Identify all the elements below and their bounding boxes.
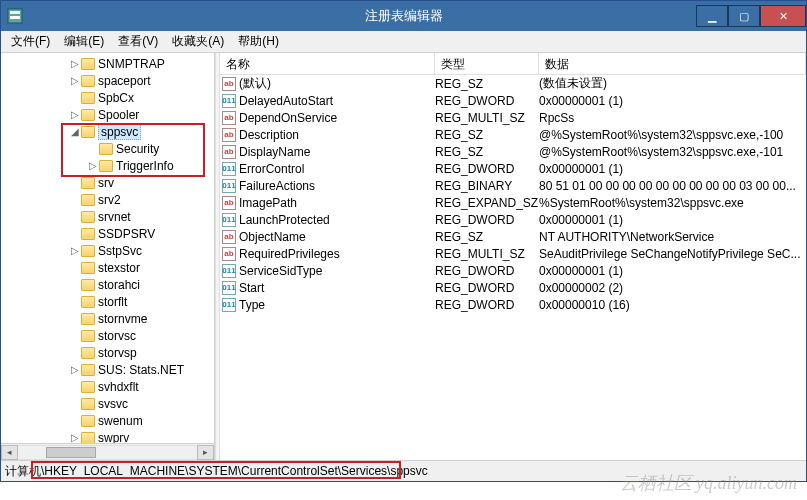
tree-item[interactable]: storflt	[69, 293, 214, 310]
tree-item[interactable]: Security	[87, 140, 214, 157]
value-type: REG_SZ	[435, 128, 539, 142]
menu-help[interactable]: 帮助(H)	[232, 31, 285, 52]
tree-hscrollbar[interactable]: ◂ ▸	[1, 443, 214, 460]
value-type: REG_DWORD	[435, 281, 539, 295]
tree-item[interactable]: storvsp	[69, 344, 214, 361]
tree-item-label: swenum	[98, 414, 143, 428]
expand-closed-icon[interactable]: ▷	[69, 245, 81, 256]
scroll-left-button[interactable]: ◂	[1, 445, 18, 460]
tree-item-label: storvsc	[98, 329, 136, 343]
tree-item[interactable]: svhdxflt	[69, 378, 214, 395]
binary-value-icon: 011	[222, 281, 236, 295]
tree-item[interactable]: ▷SstpSvc	[69, 242, 214, 259]
value-row[interactable]: abDependOnServiceREG_MULTI_SZRpcSs	[220, 109, 806, 126]
values-list[interactable]: ab(默认)REG_SZ(数值未设置)011DelayedAutoStartRE…	[220, 75, 806, 460]
value-row[interactable]: abDescriptionREG_SZ@%SystemRoot%\system3…	[220, 126, 806, 143]
value-type: REG_DWORD	[435, 162, 539, 176]
expand-closed-icon[interactable]: ▷	[69, 364, 81, 375]
folder-icon	[81, 177, 95, 189]
binary-value-icon: 011	[222, 162, 236, 176]
folder-icon	[81, 347, 95, 359]
value-row[interactable]: 011DelayedAutoStartREG_DWORD0x00000001 (…	[220, 92, 806, 109]
tree-item-label: storflt	[98, 295, 127, 309]
minimize-button[interactable]: ▁	[696, 5, 728, 27]
value-row[interactable]: 011ErrorControlREG_DWORD0x00000001 (1)	[220, 160, 806, 177]
value-row[interactable]: abRequiredPrivilegesREG_MULTI_SZSeAuditP…	[220, 245, 806, 262]
value-type: REG_DWORD	[435, 298, 539, 312]
tree-item[interactable]: SpbCx	[69, 89, 214, 106]
value-name: FailureActions	[239, 179, 435, 193]
tree-item[interactable]: ▷TriggerInfo	[87, 157, 214, 174]
binary-value-icon: 011	[222, 264, 236, 278]
tree-item[interactable]: ▷Spooler	[69, 106, 214, 123]
value-type: REG_DWORD	[435, 213, 539, 227]
scroll-right-button[interactable]: ▸	[197, 445, 214, 460]
folder-icon	[81, 228, 95, 240]
scroll-track[interactable]	[18, 445, 197, 460]
close-button[interactable]: ✕	[760, 5, 806, 27]
value-data: (数值未设置)	[539, 75, 806, 92]
expand-closed-icon[interactable]: ▷	[69, 75, 81, 86]
tree-item[interactable]: ▷SUS: Stats.NET	[69, 361, 214, 378]
value-row[interactable]: 011LaunchProtectedREG_DWORD0x00000001 (1…	[220, 211, 806, 228]
col-name[interactable]: 名称	[220, 53, 435, 74]
col-type[interactable]: 类型	[435, 53, 539, 74]
tree-item[interactable]: storahci	[69, 276, 214, 293]
tree-item[interactable]: swenum	[69, 412, 214, 429]
menu-favorites[interactable]: 收藏夹(A)	[166, 31, 230, 52]
expand-closed-icon[interactable]: ▷	[69, 432, 81, 443]
value-name: LaunchProtected	[239, 213, 435, 227]
scroll-thumb[interactable]	[46, 447, 96, 458]
menu-file[interactable]: 文件(F)	[5, 31, 56, 52]
titlebar[interactable]: 注册表编辑器 ▁ ▢ ✕	[1, 1, 806, 31]
tree-item[interactable]: ◢sppsvc	[69, 123, 214, 140]
folder-icon	[99, 143, 113, 155]
tree-item-label: srv	[98, 176, 114, 190]
value-row[interactable]: abObjectNameREG_SZNT AUTHORITY\NetworkSe…	[220, 228, 806, 245]
menu-view[interactable]: 查看(V)	[112, 31, 164, 52]
value-data: %SystemRoot%\system32\sppsvc.exe	[539, 196, 806, 210]
tree-item[interactable]: srv2	[69, 191, 214, 208]
tree-item[interactable]: srvnet	[69, 208, 214, 225]
string-value-icon: ab	[222, 128, 236, 142]
value-row[interactable]: abDisplayNameREG_SZ@%SystemRoot%\system3…	[220, 143, 806, 160]
tree-view[interactable]: ▷SNMPTRAP▷spaceportSpbCx▷Spooler◢sppsvcS…	[1, 53, 214, 443]
expand-closed-icon[interactable]: ▷	[87, 160, 99, 171]
col-data[interactable]: 数据	[539, 53, 806, 74]
status-path: 计算机\HKEY_LOCAL_MACHINE\SYSTEM\CurrentCon…	[5, 463, 428, 480]
tree-item[interactable]: stexstor	[69, 259, 214, 276]
value-data: 80 51 01 00 00 00 00 00 00 00 00 00 03 0…	[539, 179, 806, 193]
value-row[interactable]: abImagePathREG_EXPAND_SZ%SystemRoot%\sys…	[220, 194, 806, 211]
value-name: ImagePath	[239, 196, 435, 210]
svg-rect-2	[10, 16, 20, 19]
tree-item[interactable]: srv	[69, 174, 214, 191]
tree-item[interactable]: ▷spaceport	[69, 72, 214, 89]
tree-item[interactable]: svsvc	[69, 395, 214, 412]
tree-item-label: svsvc	[98, 397, 128, 411]
tree-item[interactable]: SSDPSRV	[69, 225, 214, 242]
expand-closed-icon[interactable]: ▷	[69, 58, 81, 69]
tree-item[interactable]: storvsc	[69, 327, 214, 344]
value-row[interactable]: 011ServiceSidTypeREG_DWORD0x00000001 (1)	[220, 262, 806, 279]
tree-item-label: Spooler	[98, 108, 139, 122]
folder-icon	[81, 109, 95, 121]
value-name: DisplayName	[239, 145, 435, 159]
expand-closed-icon[interactable]: ▷	[69, 109, 81, 120]
tree-item[interactable]: ▷SNMPTRAP	[69, 55, 214, 72]
app-icon	[7, 8, 23, 24]
value-row[interactable]: 011TypeREG_DWORD0x00000010 (16)	[220, 296, 806, 313]
value-data: RpcSs	[539, 111, 806, 125]
value-row[interactable]: 011StartREG_DWORD0x00000002 (2)	[220, 279, 806, 296]
tree-item[interactable]: stornvme	[69, 310, 214, 327]
menu-edit[interactable]: 编辑(E)	[58, 31, 110, 52]
value-row[interactable]: 011FailureActionsREG_BINARY80 51 01 00 0…	[220, 177, 806, 194]
value-data: NT AUTHORITY\NetworkService	[539, 230, 806, 244]
expand-open-icon[interactable]: ◢	[69, 126, 81, 137]
tree-item-label: swprv	[98, 431, 129, 444]
tree-item-label: TriggerInfo	[116, 159, 174, 173]
value-data: 0x00000002 (2)	[539, 281, 806, 295]
maximize-button[interactable]: ▢	[728, 5, 760, 27]
value-row[interactable]: ab(默认)REG_SZ(数值未设置)	[220, 75, 806, 92]
tree-item-label: Security	[116, 142, 159, 156]
tree-item[interactable]: ▷swprv	[69, 429, 214, 443]
